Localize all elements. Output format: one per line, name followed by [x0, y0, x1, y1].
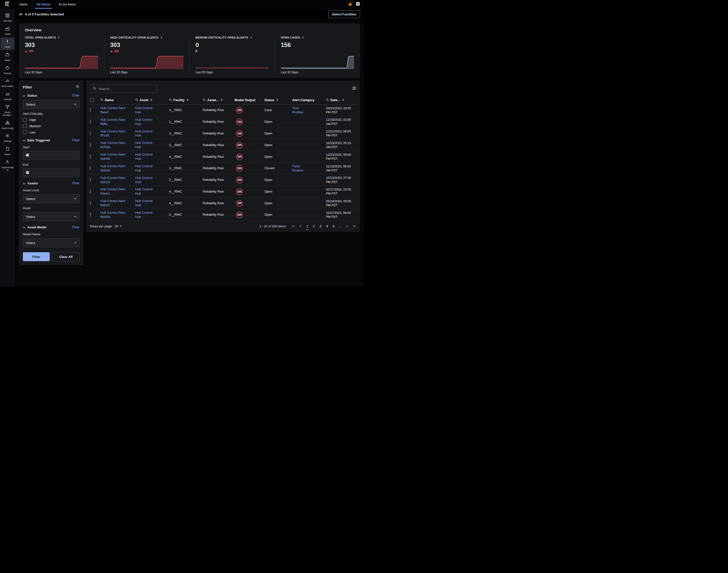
criticality-option-high[interactable]: High [23, 118, 80, 122]
end-date-input[interactable] [23, 168, 80, 177]
filter-clear-all-button[interactable]: Clear All [52, 252, 80, 261]
alert-name-link[interactable]: Hub Control Alert: fd411e [100, 176, 131, 185]
sidebar-item-cases[interactable]: Cases [0, 51, 14, 63]
column-header-alert-category[interactable]: Alert Category [292, 98, 326, 102]
pagination-first-page-icon[interactable] [292, 224, 295, 228]
info-icon[interactable]: i [161, 36, 162, 40]
column-header-date[interactable]: Date... [326, 98, 356, 102]
status-clear-link[interactable]: Clear [72, 94, 80, 97]
column-header-asset[interactable]: Asset [135, 98, 169, 102]
chevron-down-icon[interactable] [23, 93, 25, 98]
filter-settings-gear-icon[interactable] [75, 85, 80, 90]
alert-name-link[interactable]: Hub Control Alert: ffaeef [100, 106, 131, 114]
row-checkbox[interactable] [90, 143, 91, 147]
checkbox[interactable] [23, 124, 27, 128]
sidebar-item-assets[interactable]: Assets [0, 24, 14, 37]
sidebar-item-asset-config[interactable]: Asset Config [0, 119, 14, 131]
status-select[interactable]: Select [23, 100, 80, 109]
asset-link[interactable]: Hub Control Hub [135, 164, 157, 173]
row-checkbox[interactable] [90, 119, 91, 124]
search-input[interactable] [98, 87, 154, 91]
asset-link[interactable]: Hub Control Hub [135, 141, 157, 149]
sidebar-item-work-orders[interactable]: Work Orders [0, 77, 14, 89]
asset-model-clear-link[interactable]: Clear [72, 225, 80, 229]
sidebar-item-overview[interactable]: Overview [0, 11, 14, 24]
sidebar-item-model-manage[interactable]: Model Manage... [0, 103, 14, 118]
info-icon[interactable]: i [58, 36, 59, 40]
alert-name-link[interactable]: Hub Control Alert: ff8ffa [100, 118, 131, 126]
row-checkbox[interactable] [90, 166, 91, 170]
criticality-option-medium[interactable]: Medium [23, 124, 80, 128]
pagination-page-5[interactable]: 5 [332, 224, 335, 228]
model-name-select[interactable]: Select [23, 238, 80, 247]
row-checkbox[interactable] [90, 131, 91, 136]
assets-clear-link[interactable]: Clear [72, 181, 80, 185]
asset-level-select[interactable]: Select [23, 194, 80, 203]
search-icon[interactable] [203, 98, 206, 101]
alert-name-link[interactable]: Hub Control Alert: fd43d1 [100, 164, 131, 173]
asset-link[interactable]: Hub Control Hub [135, 118, 157, 126]
column-header-name[interactable]: Name [100, 98, 135, 102]
sidebar-item-settings[interactable]: Settings [0, 132, 14, 144]
tab-all-alerts[interactable]: All Alerts [32, 0, 54, 9]
pagination-page-4[interactable]: 4 [326, 224, 329, 228]
alert-name-link[interactable]: Hub Control Alert: fc8ee1 [100, 187, 131, 196]
search-icon[interactable] [169, 98, 172, 101]
pagination-next-page-icon[interactable] [345, 224, 349, 228]
row-checkbox[interactable] [90, 212, 91, 217]
alert-category-link[interactable]: False Positive [292, 164, 310, 173]
asset-link[interactable]: Hub Control Hub [135, 106, 157, 114]
filter-apply-button[interactable]: Filter [23, 252, 50, 261]
column-header-facility[interactable]: Facility [169, 98, 203, 102]
pagination-page-2[interactable]: 2 [313, 224, 316, 228]
select-facilities-button[interactable]: Select Facilities [328, 10, 360, 18]
asset-link[interactable]: Hub Control Hub [135, 176, 157, 185]
checkbox[interactable] [23, 130, 27, 134]
column-header-status[interactable]: Status [264, 98, 292, 102]
warning-icon[interactable] [348, 2, 352, 7]
asset-link[interactable]: Hub Control Hub [135, 199, 157, 207]
info-icon[interactable]: i [303, 36, 304, 40]
row-checkbox[interactable] [90, 155, 91, 159]
pagination-last-page-icon[interactable] [353, 224, 356, 228]
pagination-page-3[interactable]: 3 [319, 224, 322, 228]
row-checkbox[interactable] [90, 201, 91, 205]
sidebar-item-implementation[interactable]: Implementation [0, 158, 14, 173]
select-all-checkbox[interactable] [90, 98, 94, 102]
sort-icon[interactable] [187, 99, 189, 101]
sidebar-item-sensors[interactable]: Sensors [0, 64, 14, 76]
column-header-asset[interactable]: Asset... [203, 98, 235, 102]
alert-name-link[interactable]: Hub Control Alert: ff01e5 [100, 129, 131, 138]
column-settings-icon[interactable] [352, 86, 356, 91]
asset-link[interactable]: Hub Control Hub [135, 187, 157, 196]
chevron-down-icon[interactable] [23, 181, 25, 186]
alert-name-link[interactable]: Hub Control Alert: fb045d [100, 211, 131, 219]
alert-name-link[interactable]: Hub Control Alert: fe75da [100, 141, 131, 149]
asset-link[interactable]: Hub Control Hub [135, 211, 157, 219]
row-checkbox[interactable] [90, 189, 91, 194]
search-icon[interactable] [100, 98, 103, 101]
tab-to-do-alerts[interactable]: To Do Alerts [54, 0, 80, 9]
search-icon[interactable] [135, 98, 138, 101]
sort-icon[interactable] [342, 99, 344, 101]
checkbox[interactable] [23, 118, 27, 122]
alert-category-link[interactable]: True Positive [292, 106, 310, 114]
sidebar-item-analysis[interactable]: Analysis [0, 90, 14, 102]
sort-icon[interactable] [221, 99, 223, 101]
start-date-input[interactable] [23, 151, 80, 160]
column-header-model-output[interactable]: Model Output [235, 98, 264, 102]
search-icon[interactable] [326, 98, 329, 101]
row-checkbox[interactable] [90, 178, 91, 182]
criticality-option-low[interactable]: Low [23, 130, 80, 134]
sidebar-item-alerts[interactable]: Alerts [0, 38, 14, 50]
sort-icon[interactable] [276, 99, 278, 101]
sort-icon[interactable] [150, 99, 152, 101]
chevron-down-icon[interactable] [23, 225, 25, 229]
asset-link[interactable]: Hub Control Hub [135, 129, 157, 138]
add-widget-icon[interactable] [356, 2, 360, 7]
date-triggered-clear-link[interactable]: Clear [72, 139, 80, 142]
sidebar-item-report[interactable]: Report [0, 145, 14, 157]
rows-per-page-select[interactable]: 10 [114, 224, 121, 228]
asset-link[interactable]: Hub Control Hub [135, 153, 157, 161]
pagination-prev-page-icon[interactable] [299, 224, 302, 228]
